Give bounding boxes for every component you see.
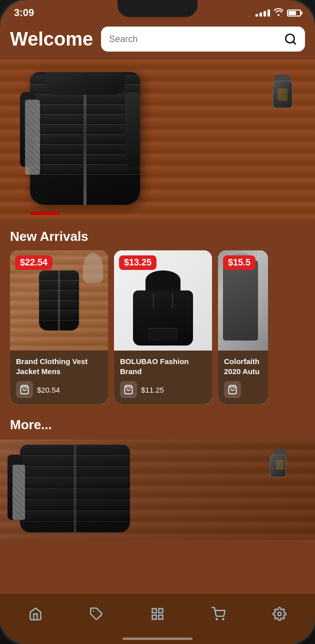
svg-line-1 — [293, 42, 296, 44]
svg-rect-9 — [158, 615, 162, 619]
jacket-collar — [45, 72, 125, 95]
product-info-vest: Brand Clothing Vest Jacket Mens $20.54 — [10, 351, 108, 404]
welcome-title: Welcome — [10, 29, 93, 50]
grid-icon — [150, 606, 166, 622]
more-jacket-img — [20, 445, 130, 532]
svg-rect-6 — [152, 609, 156, 613]
new-arrivals-title: New Arrivals — [10, 229, 88, 244]
status-icons — [256, 8, 301, 18]
battery-icon — [287, 10, 301, 17]
product-name-colorfaith: Colorfaith 2020 Autu — [224, 357, 262, 376]
product-info-hoodie: BOLUBAO Fashion Brand $11.25 — [114, 351, 212, 404]
more-title: More... — [10, 417, 52, 432]
nav-item-home[interactable] — [20, 602, 52, 626]
home-icon — [28, 606, 44, 622]
add-to-cart-hoodie[interactable] — [120, 381, 137, 398]
svg-rect-8 — [152, 615, 156, 619]
nav-item-cart[interactable] — [202, 602, 234, 626]
product-image-vest: $22.54 — [10, 250, 108, 351]
product-image-hoodie: $13.25 — [114, 250, 212, 351]
svg-rect-7 — [158, 609, 162, 613]
product-price-vest: $20.54 — [37, 386, 60, 394]
svg-point-12 — [278, 612, 282, 616]
price-badge-vest: $22.54 — [15, 255, 52, 270]
hero-red-stripe — [30, 212, 60, 215]
home-indicator — [122, 637, 192, 640]
search-icon — [284, 33, 297, 46]
more-inner-shirt — [12, 465, 25, 520]
svg-point-10 — [216, 618, 217, 619]
product-card-vest[interactable]: $22.54 Brand Clothing Vest Jacket Mens $… — [10, 250, 108, 404]
jacket-body — [30, 72, 140, 205]
tag-icon — [88, 606, 104, 622]
hero-jacket-container — [20, 67, 170, 212]
cart-icon — [210, 606, 226, 622]
product-image-colorfaith: $15.5 — [218, 250, 268, 351]
phone-frame: 3:09 — [0, 0, 315, 644]
price-badge-colorfaith: $15.5 — [223, 255, 256, 270]
new-arrivals-header: New Arrivals — [0, 220, 315, 250]
settings-icon — [272, 606, 288, 622]
hoodie-product-img — [133, 270, 193, 346]
vest-product-img — [36, 268, 82, 333]
product-card-hoodie[interactable]: $13.25 BOLUBAO Fashion Brand $11.25 — [114, 250, 212, 404]
product-footer-vest: $20.54 — [16, 381, 102, 398]
product-price-hoodie: $11.25 — [141, 386, 164, 394]
wifi-icon — [273, 8, 284, 18]
more-banner — [0, 440, 315, 540]
bottom-navigation — [0, 594, 315, 644]
search-input[interactable] — [109, 34, 280, 45]
svg-point-11 — [222, 618, 224, 619]
search-bar[interactable] — [101, 27, 305, 52]
hero-banner — [0, 60, 315, 220]
status-time: 3:09 — [14, 7, 34, 19]
notch — [118, 0, 198, 17]
products-row: $22.54 Brand Clothing Vest Jacket Mens $… — [0, 250, 315, 412]
nav-item-grid[interactable] — [142, 602, 174, 626]
nav-item-tag[interactable] — [80, 602, 112, 626]
add-to-cart-colorfaith[interactable] — [224, 381, 241, 398]
product-footer-colorfaith — [224, 381, 262, 398]
product-footer-hoodie: $11.25 — [120, 381, 206, 398]
search-button[interactable] — [284, 33, 297, 46]
product-name-vest: Brand Clothing Vest Jacket Mens — [16, 357, 102, 376]
product-info-colorfaith: Colorfaith 2020 Autu — [218, 351, 268, 404]
battery-fill — [288, 11, 296, 15]
add-to-cart-vest[interactable] — [16, 381, 33, 398]
phone-screen: 3:09 — [0, 0, 315, 644]
more-section-header: More... — [0, 412, 315, 440]
more-lantern — [270, 450, 290, 480]
inner-shirt — [25, 100, 40, 175]
lantern-decoration — [270, 75, 295, 110]
jacket-arm-right — [125, 92, 140, 167]
app-header: Welcome — [0, 23, 315, 60]
product-card-colorfaith[interactable]: $15.5 Colorfaith 2020 Autu — [218, 250, 268, 404]
price-badge-hoodie: $13.25 — [119, 255, 156, 270]
signal-icon — [256, 10, 270, 17]
nav-item-settings[interactable] — [264, 602, 296, 626]
product-name-hoodie: BOLUBAO Fashion Brand — [120, 357, 206, 376]
